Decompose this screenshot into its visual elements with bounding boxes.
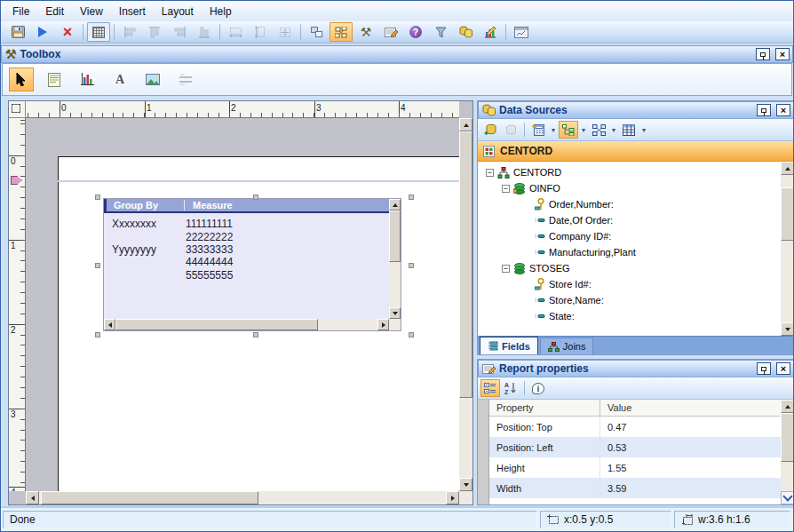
scroll-down-button[interactable] xyxy=(389,307,401,319)
table-horizontal-scrollbar[interactable] xyxy=(104,319,389,330)
chevron-down-icon[interactable] xyxy=(609,121,618,139)
property-grid-scrollbar[interactable] xyxy=(781,400,794,504)
data-sources-close-button[interactable] xyxy=(776,104,790,116)
view-fields-tree-button[interactable] xyxy=(559,121,578,139)
menu-help[interactable]: Help xyxy=(202,3,240,20)
menu-insert[interactable]: Insert xyxy=(111,3,154,20)
scroll-thumb[interactable] xyxy=(41,491,258,504)
help-button[interactable] xyxy=(404,22,427,42)
sort-alphabetical-button[interactable]: AZ xyxy=(501,379,520,397)
chart-edit-button[interactable] xyxy=(479,22,502,42)
property-row-position-top[interactable]: Position: Top 0.47 xyxy=(489,417,781,437)
text-tool[interactable] xyxy=(107,67,132,91)
view-joins-diagram-button[interactable] xyxy=(589,121,608,139)
scroll-up-button[interactable] xyxy=(459,118,472,131)
canvas-vertical-scrollbar[interactable] xyxy=(459,118,472,491)
remove-data-source-button[interactable] xyxy=(501,121,520,139)
scroll-down-button[interactable] xyxy=(781,322,794,336)
save-button[interactable] xyxy=(6,22,29,42)
tree-item-manufacturing-plant[interactable]: Manufacturing,Plant xyxy=(478,244,781,260)
canvas-horizontal-scrollbar[interactable] xyxy=(26,491,459,504)
tree-item-order-number[interactable]: Order,Number: xyxy=(478,196,781,212)
property-value[interactable]: 3.59 xyxy=(600,483,626,494)
tree-scrollbar[interactable] xyxy=(781,162,794,336)
scroll-thumb[interactable] xyxy=(781,413,794,462)
grid-toggle-button[interactable] xyxy=(87,22,110,42)
add-computed-field-button[interactable] xyxy=(528,121,548,139)
tree-item-date-of-order[interactable]: Date,Of Order: xyxy=(478,212,781,228)
align-left-button[interactable] xyxy=(118,22,141,42)
menu-layout[interactable]: Layout xyxy=(154,3,202,20)
scroll-thumb[interactable] xyxy=(781,187,794,241)
scroll-thumb[interactable] xyxy=(115,319,318,330)
data-source-button[interactable] xyxy=(454,22,477,42)
tree-item-state[interactable]: State: xyxy=(478,308,781,324)
selection-handle[interactable] xyxy=(409,195,414,200)
report-properties-pin-button[interactable] xyxy=(757,362,771,375)
categorized-button[interactable] xyxy=(480,379,500,397)
property-value[interactable]: 0.47 xyxy=(600,422,626,433)
bring-to-front-button[interactable] xyxy=(305,22,328,42)
table-vertical-scrollbar[interactable] xyxy=(389,199,401,319)
scroll-up-button[interactable] xyxy=(781,162,794,175)
column-header-measure[interactable]: Measure xyxy=(185,200,233,210)
scroll-up-button[interactable] xyxy=(389,199,401,210)
tree-item-company-id[interactable]: Company ID#: xyxy=(478,228,781,244)
align-top-button[interactable] xyxy=(143,22,166,42)
scroll-thumb[interactable] xyxy=(459,131,472,398)
menu-edit[interactable]: Edit xyxy=(37,3,72,20)
report-table-object[interactable]: Group By Measure Xxxxxxxx111111111 22222… xyxy=(103,198,401,331)
scroll-down-button[interactable] xyxy=(459,478,472,491)
selection-handle[interactable] xyxy=(95,195,100,200)
select-cursor-tool[interactable] xyxy=(9,67,34,91)
tree-item-centord[interactable]: CENTORD xyxy=(478,164,781,180)
object-properties-button[interactable] xyxy=(379,22,402,42)
selection-handle[interactable] xyxy=(409,332,414,337)
selection-handle[interactable] xyxy=(95,332,100,337)
toolbox-pin-button[interactable] xyxy=(756,48,770,60)
report-properties-close-button[interactable] xyxy=(776,362,790,375)
chevron-down-icon[interactable] xyxy=(639,121,648,139)
tools-button[interactable] xyxy=(354,22,377,42)
scroll-down-chevron[interactable] xyxy=(781,491,794,504)
chevron-down-icon[interactable] xyxy=(549,121,558,139)
image-tool[interactable] xyxy=(140,67,165,91)
selection-handle[interactable] xyxy=(95,263,100,268)
preview-button[interactable] xyxy=(510,22,533,42)
tree-item-oinfo[interactable]: OINFO xyxy=(478,180,781,196)
scroll-right-button[interactable] xyxy=(446,491,459,504)
property-value[interactable]: 0.53 xyxy=(600,442,626,453)
property-row-position-left[interactable]: Position: Left 0.53 xyxy=(489,437,781,457)
scroll-left-button[interactable] xyxy=(26,491,39,504)
make-same-height-button[interactable] xyxy=(249,22,272,42)
scroll-right-button[interactable] xyxy=(377,319,389,330)
auto-arrange-button[interactable] xyxy=(330,22,353,42)
tab-fields[interactable]: Fields xyxy=(480,337,538,354)
property-row-width[interactable]: Width 3.59 xyxy=(489,478,781,498)
tab-joins[interactable]: Joins xyxy=(540,337,594,354)
tree-item-store-id[interactable]: Store Id#: xyxy=(478,276,781,292)
ruler-position-marker[interactable] xyxy=(11,176,22,185)
data-sources-pin-button[interactable] xyxy=(757,104,771,116)
scroll-up-button[interactable] xyxy=(781,400,794,413)
make-same-width-button[interactable] xyxy=(224,22,247,42)
property-info-button[interactable] xyxy=(528,379,548,397)
collapse-icon[interactable] xyxy=(486,169,494,177)
scroll-thumb[interactable] xyxy=(389,210,401,262)
line-tool[interactable] xyxy=(173,67,198,91)
view-table-button[interactable] xyxy=(619,121,639,139)
collapse-icon[interactable] xyxy=(502,185,510,193)
filter-button[interactable] xyxy=(429,22,452,42)
selection-handle[interactable] xyxy=(253,195,258,200)
tree-item-store-name[interactable]: Store,Name: xyxy=(478,292,781,308)
run-button[interactable] xyxy=(31,22,54,42)
scroll-left-button[interactable] xyxy=(104,319,115,330)
chevron-down-icon[interactable] xyxy=(579,121,588,139)
selection-handle[interactable] xyxy=(409,263,414,268)
align-bottom-button[interactable] xyxy=(193,22,216,42)
column-header-group-by[interactable]: Group By xyxy=(107,200,184,210)
selection-handle[interactable] xyxy=(253,332,258,337)
collapse-icon[interactable] xyxy=(502,265,510,273)
make-same-size-button[interactable] xyxy=(274,22,297,42)
tree-item-stoseg[interactable]: STOSEG xyxy=(478,260,781,276)
